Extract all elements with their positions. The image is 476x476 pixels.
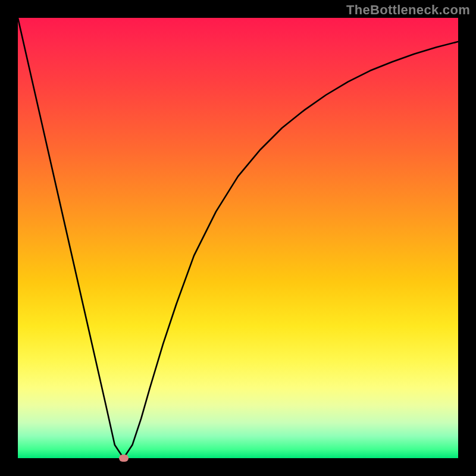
branding-text: TheBottleneck.com bbox=[346, 2, 470, 18]
chart-container: TheBottleneck.com bbox=[0, 0, 476, 476]
plot-area bbox=[18, 18, 458, 458]
curve-svg bbox=[18, 18, 458, 458]
optimal-marker bbox=[119, 455, 129, 462]
bottleneck-curve-path bbox=[18, 18, 458, 458]
